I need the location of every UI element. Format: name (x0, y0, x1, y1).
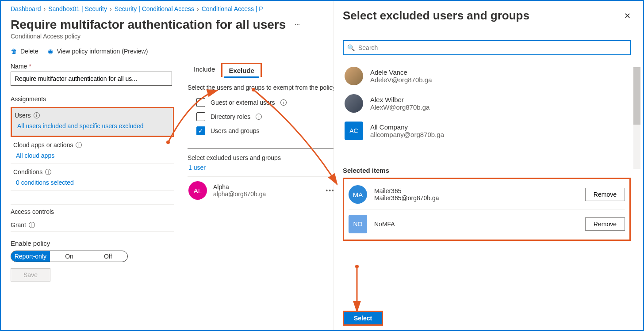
info-icon[interactable]: i (29, 222, 35, 228)
apps-summary-link[interactable]: All cloud apps (16, 152, 54, 159)
close-icon[interactable]: ✕ (624, 11, 631, 21)
grant-label: Grant (11, 221, 26, 228)
info-icon[interactable]: i (256, 114, 262, 120)
info-icon[interactable]: i (280, 99, 287, 106)
chevron-right-icon: › (197, 5, 199, 12)
result-name: All Company (370, 123, 444, 131)
users-label: Users (15, 112, 31, 119)
access-controls-heading: Access controls (11, 204, 174, 215)
page-subtitle: Conditional Access policy (11, 33, 332, 40)
avatar: AC (345, 122, 363, 140)
crumb-1[interactable]: Sandbox01 | Security (48, 5, 107, 12)
delete-button[interactable]: 🗑 Delete (11, 48, 38, 55)
view-info-label: View policy information (Preview) (57, 48, 148, 55)
sel-email: Mailer365@org870b.ga (374, 194, 439, 202)
users-summary-link[interactable]: All users included and specific users ex… (17, 122, 144, 129)
result-row[interactable]: Alex WilberAlexW@org870b.ga (343, 90, 631, 117)
check-ug-label: Users and groups (211, 127, 260, 134)
select-users-panel: Select excluded users and groups ✕ 🔍 Ade… (334, 1, 643, 330)
remove-button[interactable]: Remove (585, 217, 625, 231)
apps-label: Cloud apps or actions (13, 141, 73, 148)
scrollbar[interactable] (633, 67, 640, 169)
pill-report-only[interactable]: Report-only (11, 251, 50, 262)
sel-name: Mailer365 (374, 187, 439, 194)
delete-label: Delete (20, 48, 38, 55)
search-input[interactable] (358, 44, 626, 51)
checkbox-checked-icon: ✓ (196, 126, 205, 135)
policy-name-input[interactable] (11, 72, 172, 86)
chevron-right-icon: › (110, 5, 112, 12)
trash-icon: 🗑 (11, 48, 17, 55)
remove-button[interactable]: Remove (585, 188, 625, 201)
scroll-thumb[interactable] (633, 67, 640, 125)
conditions-label: Conditions (13, 168, 42, 175)
result-email: AdeleV@org870b.ga (370, 76, 432, 84)
checkbox-icon (196, 98, 205, 107)
sel-name: NoMFA (374, 221, 395, 228)
avatar: NO (349, 215, 367, 233)
result-email: allcompany@org870b.ga (370, 131, 444, 138)
check-guest[interactable]: Guest or external users i (196, 98, 334, 107)
page-title: Require multifactor authentication for a… (11, 18, 286, 32)
panel-title: Select excluded users and groups (343, 9, 529, 23)
check-roles[interactable]: Directory roles i (196, 112, 334, 121)
assignment-conditions[interactable]: Conditions i 0 conditions selected (11, 164, 174, 191)
avatar (345, 67, 363, 85)
selected-items-heading: Selected items (343, 167, 631, 174)
excluded-count-link[interactable]: 1 user (188, 164, 335, 171)
tab-exclude[interactable]: Exclude (221, 63, 262, 77)
search-input-wrap[interactable]: 🔍 (343, 40, 631, 55)
check-guest-label: Guest or external users (211, 99, 275, 106)
avatar: MA (349, 185, 367, 204)
save-button[interactable]: Save (11, 268, 50, 282)
eye-icon: ◉ (48, 48, 53, 55)
checkbox-icon (196, 112, 205, 121)
name-label: Name (11, 63, 27, 70)
result-name: Adele Vance (370, 68, 432, 76)
result-name: Alex Wilber (370, 96, 429, 103)
crumb-2[interactable]: Security | Conditional Access (115, 5, 194, 12)
assignment-users[interactable]: Users i All users included and specific … (11, 107, 174, 137)
enable-policy-heading: Enable policy (11, 240, 174, 247)
excluded-section-heading: Select excluded users and groups (188, 148, 336, 161)
result-email: AlexW@org870b.ga (370, 103, 429, 111)
exclude-description: Select the users and groups to exempt fr… (188, 83, 336, 92)
crumb-0[interactable]: Dashboard (11, 5, 41, 12)
excluded-user-row[interactable]: AL Alpha alpha@org870b.ga ••• (188, 176, 336, 204)
view-policy-info-button[interactable]: ◉ View policy information (Preview) (48, 48, 148, 55)
enable-policy-toggle[interactable]: Report-only On Off (11, 251, 128, 262)
more-button[interactable]: ··· (295, 21, 300, 28)
breadcrumb: Dashboard› Sandbox01 | Security› Securit… (11, 5, 332, 12)
info-icon[interactable]: i (45, 169, 51, 175)
avatar: AL (188, 181, 207, 200)
search-icon: 🔍 (347, 44, 355, 51)
check-roles-label: Directory roles (211, 113, 250, 120)
results-list[interactable]: Adele VanceAdeleV@org870b.ga Alex Wilber… (343, 62, 631, 160)
pill-off[interactable]: Off (88, 251, 127, 262)
avatar (345, 94, 363, 113)
user-name: Alpha (213, 183, 266, 190)
tab-include[interactable]: Include (188, 63, 221, 77)
selected-row: NO NoMFA Remove (349, 209, 625, 239)
selected-row: MA Mailer365Mailer365@org870b.ga Remove (349, 180, 625, 209)
conditions-summary-link[interactable]: 0 conditions selected (16, 179, 74, 186)
info-icon[interactable]: i (34, 112, 40, 118)
assignments-heading: Assignments (11, 95, 174, 103)
selected-items-box: MA Mailer365Mailer365@org870b.ga Remove … (343, 178, 631, 241)
crumb-3[interactable]: Conditional Access | P (202, 5, 263, 12)
pill-on[interactable]: On (50, 251, 89, 262)
result-row[interactable]: Adele VanceAdeleV@org870b.ga (343, 62, 631, 90)
result-row[interactable]: AC All Companyallcompany@org870b.ga (343, 117, 631, 145)
select-button[interactable]: Select (343, 311, 383, 326)
user-email: alpha@org870b.ga (213, 190, 266, 198)
info-icon[interactable]: i (76, 142, 82, 148)
check-users-groups[interactable]: ✓Users and groups (196, 126, 334, 135)
required-icon: * (29, 63, 31, 70)
chevron-right-icon: › (44, 5, 46, 12)
assignment-cloud-apps[interactable]: Cloud apps or actions i All cloud apps (11, 137, 174, 164)
